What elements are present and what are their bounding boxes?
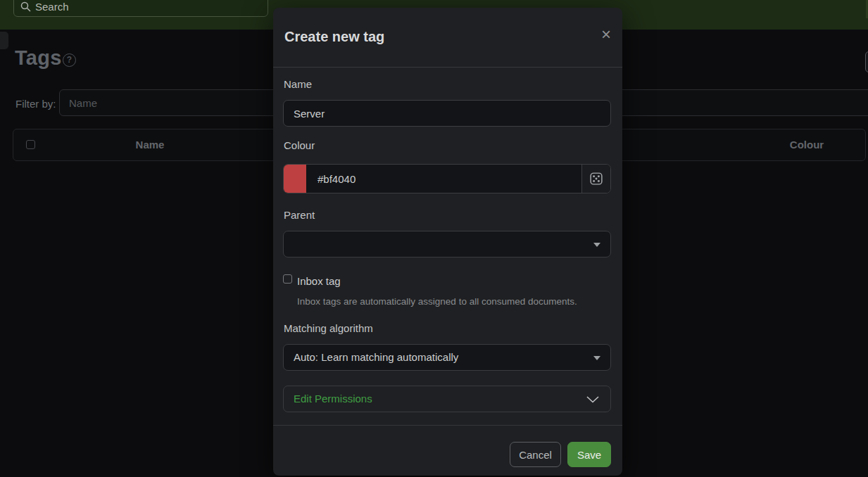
edit-permissions-label: Edit Permissions <box>294 393 372 405</box>
edit-permissions-accordion[interactable]: Edit Permissions <box>283 386 611 412</box>
inbox-tag-checkbox[interactable] <box>283 274 292 284</box>
page-title: Tags <box>15 46 62 70</box>
create-tag-modal: Create new tag × Name Colour #bf4040 Par… <box>273 8 622 476</box>
modal-footer: Cancel Save <box>273 425 622 476</box>
colour-input-group: #bf4040 <box>283 164 611 193</box>
modal-title: Create new tag <box>284 29 384 45</box>
matching-algorithm-select[interactable]: Auto: Learn matching automatically <box>283 344 611 371</box>
column-header-name[interactable]: Name <box>90 129 210 161</box>
parent-select[interactable] <box>283 231 611 257</box>
cancel-button[interactable]: Cancel <box>510 442 561 467</box>
save-button[interactable]: Save <box>567 442 611 467</box>
select-all-checkbox[interactable] <box>26 140 35 149</box>
colour-hex-value[interactable]: #bf4040 <box>317 165 356 193</box>
help-icon[interactable]: ? <box>63 53 76 67</box>
chevron-down-icon <box>586 396 599 403</box>
tag-name-input[interactable] <box>283 100 611 127</box>
colour-swatch <box>284 165 306 193</box>
close-icon[interactable]: × <box>601 26 611 43</box>
name-label: Name <box>284 78 312 90</box>
colour-label: Colour <box>284 139 315 151</box>
search-icon <box>20 1 32 13</box>
filter-by-label: Filter by: <box>15 98 56 110</box>
matching-algorithm-label: Matching algorithm <box>284 322 373 334</box>
modal-header: Create new tag × <box>273 8 622 68</box>
chevron-down-icon <box>593 356 600 360</box>
right-edge-button[interactable] <box>865 51 868 72</box>
left-edge-element <box>0 32 8 49</box>
random-colour-button[interactable] <box>581 165 610 193</box>
chevron-down-icon <box>593 243 600 247</box>
column-header-colour[interactable]: Colour <box>772 129 842 161</box>
inbox-tag-label: Inbox tag <box>297 275 341 287</box>
app-window: Search Tags ? Filter by: Name Colour Cre… <box>0 0 868 477</box>
global-search-placeholder[interactable]: Search <box>35 1 69 13</box>
matching-algorithm-value: Auto: Learn matching automatically <box>294 351 458 363</box>
parent-label: Parent <box>284 209 315 221</box>
dice-icon <box>590 172 603 185</box>
inbox-tag-hint: Inbox tags are automatically assigned to… <box>297 296 577 307</box>
